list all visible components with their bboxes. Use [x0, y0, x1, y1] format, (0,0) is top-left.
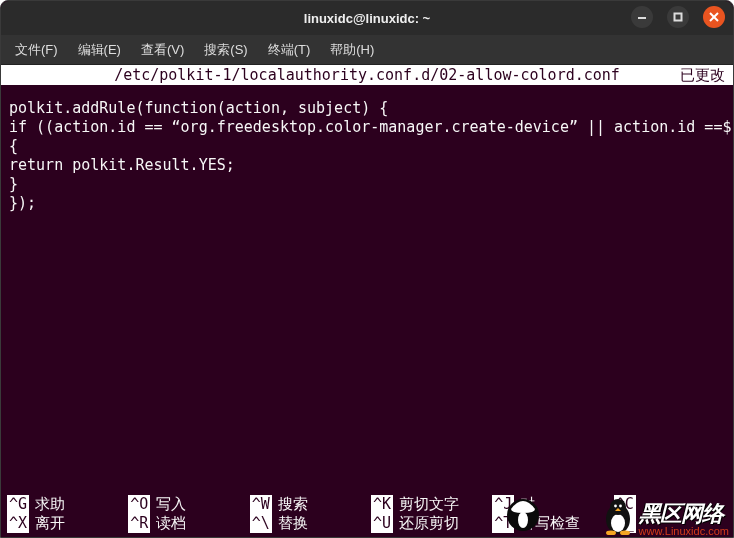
- shortcut-cut: ^K剪切文字: [371, 495, 484, 514]
- shortcut-key: ^R: [128, 514, 150, 533]
- minimize-button[interactable]: [631, 6, 653, 28]
- shortcut-key: ^_: [614, 514, 636, 533]
- shortcut-label: 替换: [278, 514, 308, 533]
- shortcut-uncut: ^U还原剪切: [371, 514, 484, 533]
- menubar: 文件(F) 编辑(E) 查看(V) 搜索(S) 终端(T) 帮助(H): [1, 35, 733, 65]
- menu-view[interactable]: 查看(V): [133, 37, 192, 63]
- shortcut-label: 求助: [35, 495, 65, 514]
- window-title: linuxidc@linuxidc: ~: [304, 11, 430, 26]
- nano-shortcuts: ^G求助 ^O写入 ^W搜索 ^K剪切文字 ^J对 ^C ^X离开 ^R读档 ^…: [1, 495, 733, 537]
- shortcut-search: ^W搜索: [250, 495, 363, 514]
- maximize-icon: [673, 12, 683, 22]
- nano-editor[interactable]: polkit.addRule(function(action, subject)…: [1, 85, 733, 495]
- titlebar: linuxidc@linuxidc: ~: [1, 1, 733, 35]
- shortcut-help: ^G求助: [7, 495, 120, 514]
- nano-file-path: /etc/polkit-1/localauthority.conf.d/02-a…: [1, 66, 733, 84]
- shortcut-key: ^C: [614, 495, 636, 514]
- shortcut-label: 写入: [156, 495, 186, 514]
- menu-file[interactable]: 文件(F): [7, 37, 66, 63]
- shortcut-label: 离开: [35, 514, 65, 533]
- shortcut-key: ^G: [7, 495, 29, 514]
- shortcut-curpos: ^C: [614, 495, 727, 514]
- shortcut-label: 搜索: [278, 495, 308, 514]
- close-icon: [709, 12, 719, 22]
- terminal-window: linuxidc@linuxidc: ~ 文件(F) 编辑(E) 查看(V) 搜…: [0, 0, 734, 538]
- shortcut-key: ^X: [7, 514, 29, 533]
- menu-edit[interactable]: 编辑(E): [70, 37, 129, 63]
- nano-titlebar: /etc/polkit-1/localauthority.conf.d/02-a…: [1, 65, 733, 85]
- maximize-button[interactable]: [667, 6, 689, 28]
- shortcut-read: ^R读档: [128, 514, 241, 533]
- shortcut-label: 剪切文字: [399, 495, 459, 514]
- shortcut-key: ^K: [371, 495, 393, 514]
- shortcut-label: 读档: [156, 514, 186, 533]
- shortcut-key: ^\: [250, 514, 272, 533]
- shortcut-exit: ^X离开: [7, 514, 120, 533]
- shortcut-replace: ^\替换: [250, 514, 363, 533]
- minimize-icon: [637, 12, 647, 22]
- svg-point-5: [518, 512, 528, 528]
- svg-rect-1: [675, 14, 682, 21]
- shortcut-label: 还原剪切: [399, 514, 459, 533]
- shortcut-writeout: ^O写入: [128, 495, 241, 514]
- window-controls: [631, 6, 725, 28]
- menu-search[interactable]: 搜索(S): [196, 37, 255, 63]
- close-button[interactable]: [703, 6, 725, 28]
- mushroom-icon: [503, 491, 543, 531]
- shortcut-key: ^W: [250, 495, 272, 514]
- shortcut-key: ^U: [371, 514, 393, 533]
- nano-buffer-status: 已更改: [680, 66, 733, 85]
- menu-help[interactable]: 帮助(H): [322, 37, 382, 63]
- shortcut-goto: ^_: [614, 514, 727, 533]
- menu-terminal[interactable]: 终端(T): [260, 37, 319, 63]
- shortcut-key: ^O: [128, 495, 150, 514]
